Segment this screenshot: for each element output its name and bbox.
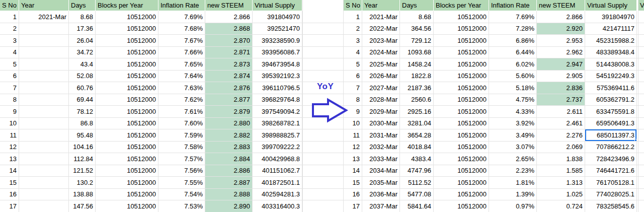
cell-r15c6[interactable]: 1.313 bbox=[537, 177, 585, 189]
cell-r2c4[interactable]: 10512000 bbox=[434, 23, 489, 35]
cell-r4c4[interactable]: 10512000 bbox=[434, 47, 489, 59]
cell-r12c2[interactable]: 2032-Mar bbox=[362, 142, 400, 154]
cell-r10c2[interactable]: 2030-Mar bbox=[362, 118, 400, 130]
cell-r6c3[interactable]: 1822.8 bbox=[400, 70, 434, 83]
cell-r3c5[interactable]: 6.86% bbox=[489, 35, 537, 47]
cell-r16c3[interactable]: 138.88 bbox=[69, 189, 96, 201]
column-header-year[interactable]: Year bbox=[19, 0, 69, 11]
column-header-new-steem[interactable]: new STEEM bbox=[205, 0, 253, 11]
cell-r9c1[interactable]: 9 bbox=[0, 106, 19, 118]
cell-r2c4[interactable]: 10512000 bbox=[96, 23, 158, 35]
cell-r7c6[interactable]: 2.836 bbox=[537, 82, 585, 94]
cell-r5c5[interactable]: 7.65% bbox=[158, 58, 205, 70]
cell-r11c1[interactable]: 11 bbox=[0, 129, 19, 142]
cell-r14c4[interactable]: 10512000 bbox=[434, 165, 489, 177]
cell-r17c3[interactable]: 5841.64 bbox=[400, 200, 434, 212]
cell-r17c2[interactable]: 2037-Mar bbox=[362, 200, 400, 212]
cell-r3c2[interactable]: 2023-Mar bbox=[362, 35, 400, 47]
cell-r6c5[interactable]: 5.60% bbox=[489, 70, 537, 83]
column-header-blocks-per-year[interactable]: Blocks per Year bbox=[96, 0, 158, 11]
cell-r7c2[interactable]: 2027-Mar bbox=[362, 82, 400, 94]
cell-r17c5[interactable]: 0.97% bbox=[489, 200, 537, 212]
cell-r5c3[interactable]: 43.4 bbox=[69, 58, 96, 70]
cell-r7c1[interactable]: 7 bbox=[0, 82, 19, 94]
cell-r15c5[interactable]: 1.81% bbox=[489, 177, 537, 189]
cell-r10c6[interactable]: 2.880 bbox=[205, 118, 253, 130]
cell-r1c2[interactable]: 2021-Mar bbox=[19, 11, 69, 23]
cell-r13c3[interactable]: 112.84 bbox=[69, 153, 96, 165]
cell-r10c3[interactable]: 86.8 bbox=[69, 118, 96, 130]
cell-r4c2[interactable]: 2024-Mar bbox=[362, 47, 400, 59]
cell-r13c3[interactable]: 4383.4 bbox=[400, 153, 434, 165]
cell-r13c6[interactable]: 1.838 bbox=[537, 153, 585, 165]
cell-r4c4[interactable]: 10512000 bbox=[96, 47, 158, 59]
cell-r8c7[interactable]: 605362791.2 bbox=[585, 94, 637, 106]
right-arrow-icon[interactable] bbox=[311, 97, 349, 123]
cell-r5c1[interactable]: 5 bbox=[0, 58, 19, 70]
cell-r9c3[interactable]: 2925.16 bbox=[400, 106, 434, 118]
cell-r17c1[interactable]: 17 bbox=[344, 200, 362, 212]
cell-r9c5[interactable]: 7.61% bbox=[158, 106, 205, 118]
cell-r1c1[interactable]: 1 bbox=[0, 11, 19, 23]
cell-r7c4[interactable]: 10512000 bbox=[96, 82, 158, 94]
cell-r14c1[interactable]: 14 bbox=[344, 165, 362, 177]
cell-r8c4[interactable]: 10512000 bbox=[434, 94, 489, 106]
cell-r8c2[interactable] bbox=[19, 94, 69, 106]
cell-r14c2[interactable]: 2034-Mar bbox=[362, 165, 400, 177]
cell-r12c3[interactable]: 104.16 bbox=[69, 142, 96, 154]
cell-r5c1[interactable]: 5 bbox=[344, 58, 362, 70]
cell-r6c2[interactable]: 2026-Mar bbox=[362, 70, 400, 83]
cell-r9c2[interactable] bbox=[19, 106, 69, 118]
cell-r13c4[interactable]: 10512000 bbox=[434, 153, 489, 165]
cell-r4c5[interactable]: 7.66% bbox=[158, 47, 205, 59]
cell-r7c6[interactable]: 2.876 bbox=[205, 82, 253, 94]
cell-r11c2[interactable] bbox=[19, 129, 69, 142]
cell-r1c2[interactable]: 2021-Mar bbox=[362, 11, 400, 23]
column-header-days[interactable]: Days bbox=[400, 0, 434, 11]
cell-r16c6[interactable]: 1.025 bbox=[537, 189, 585, 201]
column-header-s-no[interactable]: S No bbox=[344, 0, 362, 11]
cell-r15c2[interactable] bbox=[19, 177, 69, 189]
cell-r13c7[interactable]: 728423496.9 bbox=[585, 153, 637, 165]
cell-r10c3[interactable]: 3281.04 bbox=[400, 118, 434, 130]
cell-r5c4[interactable]: 10512000 bbox=[96, 58, 158, 70]
cell-r10c1[interactable]: 10 bbox=[0, 118, 19, 130]
cell-r9c7[interactable]: 397549094.2 bbox=[253, 106, 302, 118]
cell-r3c4[interactable]: 10512000 bbox=[434, 35, 489, 47]
cell-r10c5[interactable]: 3.92% bbox=[489, 118, 537, 130]
cell-r8c6[interactable]: 2.737 bbox=[537, 94, 585, 106]
cell-r14c3[interactable]: 121.52 bbox=[69, 165, 96, 177]
cell-r11c2[interactable]: 2031-Mar bbox=[362, 129, 400, 142]
cell-r13c4[interactable]: 10512000 bbox=[96, 153, 158, 165]
column-header-inflation-rate[interactable]: Inflation Rate bbox=[158, 0, 205, 11]
cell-r4c7[interactable]: 483389348.4 bbox=[585, 47, 637, 59]
cell-r16c5[interactable]: 7.54% bbox=[158, 189, 205, 201]
cell-r12c1[interactable]: 12 bbox=[344, 142, 362, 154]
cell-r6c4[interactable]: 10512000 bbox=[96, 70, 158, 83]
cell-r12c2[interactable] bbox=[19, 142, 69, 154]
cell-r6c3[interactable]: 52.08 bbox=[69, 70, 96, 83]
cell-r3c4[interactable]: 10512000 bbox=[96, 35, 158, 47]
column-header-inflation-rate[interactable]: Inflation Rate bbox=[489, 0, 537, 11]
cell-r6c7[interactable]: 545192249.3 bbox=[585, 70, 637, 83]
cell-r2c5[interactable]: 7.28% bbox=[489, 23, 537, 35]
cell-r8c6[interactable]: 2.877 bbox=[205, 94, 253, 106]
cell-r15c1[interactable]: 15 bbox=[344, 177, 362, 189]
cell-r5c4[interactable]: 10512000 bbox=[434, 58, 489, 70]
cell-r3c7[interactable]: 452315988.2 bbox=[585, 35, 637, 47]
cell-r17c2[interactable] bbox=[19, 200, 69, 212]
cell-r14c7[interactable]: 401151062.7 bbox=[253, 165, 302, 177]
cell-r5c5[interactable]: 6.02% bbox=[489, 58, 537, 70]
cell-r16c7[interactable]: 402594281.3 bbox=[253, 189, 302, 201]
column-header-virtual-supply[interactable]: Virtual Supply bbox=[253, 0, 302, 11]
cell-r14c3[interactable]: 4747.96 bbox=[400, 165, 434, 177]
cell-r7c1[interactable]: 7 bbox=[344, 82, 362, 94]
column-header-virtual-supply[interactable]: Virtual Supply bbox=[585, 0, 637, 11]
cell-r9c1[interactable]: 9 bbox=[344, 106, 362, 118]
cell-r4c6[interactable]: 2.962 bbox=[537, 47, 585, 59]
cell-r15c2[interactable]: 2035-Mar bbox=[362, 177, 400, 189]
cell-r6c2[interactable] bbox=[19, 70, 69, 83]
cell-r16c6[interactable]: 2.888 bbox=[205, 189, 253, 201]
cell-r3c6[interactable]: 2.870 bbox=[205, 35, 253, 47]
cell-r6c7[interactable]: 395392192.3 bbox=[253, 70, 302, 83]
